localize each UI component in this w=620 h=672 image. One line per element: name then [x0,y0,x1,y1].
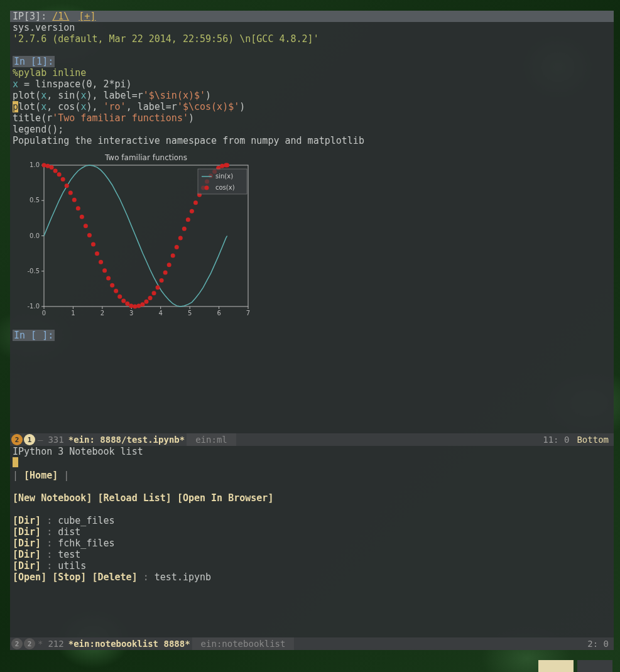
dir-name: test [58,549,80,560]
home-link[interactable]: [Home] [24,470,58,481]
list-item: [Dir] : fchk_files [13,538,611,549]
dir-button[interactable]: [Dir] [13,515,41,526]
svg-point-38 [80,215,84,219]
svg-point-46 [110,283,114,288]
svg-text:-0.5: -0.5 [27,268,40,274]
list-item: [Dir] : utils [13,560,611,572]
svg-point-55 [144,300,148,304]
svg-point-52 [133,305,137,309]
svg-point-60 [163,271,168,275]
svg-point-77 [225,163,229,168]
svg-point-50 [125,301,129,306]
new-notebook-button[interactable]: [New Notebook] [13,492,92,504]
in-prompt-1: In [1]: [13,56,55,67]
toolbar: [New Notebook] [Reload List] [Open In Br… [13,492,611,504]
svg-text:5: 5 [188,310,192,317]
notebooklist-buffer-pane[interactable]: IPython 3 Notebook list | [Home] | [New … [10,446,614,637]
svg-point-41 [91,242,95,247]
open-button[interactable]: [Open] [13,572,46,583]
dir-button[interactable]: [Dir] [13,549,41,560]
svg-text:sin(x): sin(x) [215,173,233,180]
svg-point-68 [193,200,198,205]
svg-point-43 [99,260,103,264]
svg-point-30 [50,165,54,170]
modeline-bottom: 2 2 * 212 *ein:notebooklist 8888* ein:no… [10,637,614,650]
tab-add[interactable]: [+] [79,11,95,22]
notebook-name: test.ipynb [155,572,211,583]
major-mode-2: ein:notebooklist [201,639,286,649]
svg-point-44 [102,268,107,273]
stop-button[interactable]: [Stop] [52,572,86,583]
svg-point-34 [65,183,69,188]
svg-point-49 [121,299,126,303]
svg-point-42 [95,251,99,256]
matplotlib-output: Two familiar functions01234567-1.0-0.50.… [13,153,251,322]
svg-point-37 [76,206,80,210]
svg-text:1: 1 [71,310,75,317]
svg-point-51 [129,303,133,308]
svg-point-57 [152,291,156,295]
ml-badge-modified-icon: 2 [11,434,23,445]
svg-point-29 [46,164,50,168]
svg-text:0: 0 [42,310,46,317]
svg-point-36 [72,198,77,202]
tab-current[interactable]: /1\ [52,11,69,22]
dir-button[interactable]: [Dir] [13,538,41,549]
dir-name: fchk_files [58,538,114,549]
svg-text:Two familiar functions: Two familiar functions [104,153,187,162]
in-prompt-empty: In [ ]: [13,330,55,341]
svg-point-64 [178,236,183,240]
svg-point-53 [136,303,141,308]
list-item: [Dir] : cube_files [13,515,611,526]
taskbar [538,660,612,672]
ml-badge-index-icon: 1 [24,434,35,445]
scroll-position: Bottom [577,435,609,445]
notebook-buffer-pane[interactable]: IP[3]: /1\ [+] sys.version '2.7.6 (defau… [10,11,614,433]
ip-label: IP[3]: [13,11,46,22]
svg-text:6: 6 [217,310,220,317]
notebook-header-tabs: IP[3]: /1\ [+] [10,11,614,22]
svg-point-61 [167,263,171,267]
svg-point-48 [117,295,122,299]
svg-text:1.0: 1.0 [30,161,40,168]
svg-point-66 [186,217,190,222]
svg-point-59 [160,278,164,283]
dir-button[interactable]: [Dir] [13,526,41,538]
dir-name: utils [58,560,86,572]
svg-text:2: 2 [101,310,104,317]
svg-point-58 [156,285,160,290]
svg-point-56 [148,296,153,300]
modeline-top: 2 1 — 331 *ein: 8888/test.ipynb* ein:ml … [10,433,614,446]
cursor-position-2: 2: 0 [587,639,609,649]
svg-text:3: 3 [129,310,133,317]
cell-output-top: sys.version '2.7.6 (default, Mar 22 2014… [10,22,614,45]
svg-point-54 [140,302,144,306]
svg-text:0.5: 0.5 [30,197,40,203]
svg-point-81 [205,186,209,190]
major-mode: ein:ml [195,435,227,445]
text-cursor-2 [13,457,18,467]
svg-point-45 [106,276,111,281]
taskbar-item[interactable] [538,660,574,672]
dir-button[interactable]: [Dir] [13,560,41,572]
svg-text:0.0: 0.0 [30,232,40,239]
cell-1[interactable]: In [1]: %pylab inline x = linspace(0, 2*… [10,56,614,146]
svg-point-32 [57,172,62,176]
svg-point-63 [175,245,179,249]
svg-point-67 [190,209,194,214]
notebooklist-title: IPython 3 Notebook list [13,446,611,457]
populate-output: Populating the interactive namespace fro… [13,135,364,146]
open-in-browser-button[interactable]: [Open In Browser] [177,492,274,504]
svg-point-39 [84,224,88,228]
taskbar-item[interactable] [577,660,612,672]
cursor-position: 11: 0 [543,435,569,445]
svg-point-62 [171,254,175,258]
cell-empty[interactable]: In [ ]: [10,330,614,341]
svg-text:-1.0: -1.0 [27,303,40,310]
svg-text:7: 7 [246,310,250,317]
delete-button[interactable]: [Delete] [92,572,137,583]
svg-text:cos(x): cos(x) [215,184,235,191]
reload-list-button[interactable]: [Reload List] [97,492,171,504]
dir-name: cube_files [58,515,114,526]
svg-point-28 [42,163,46,168]
